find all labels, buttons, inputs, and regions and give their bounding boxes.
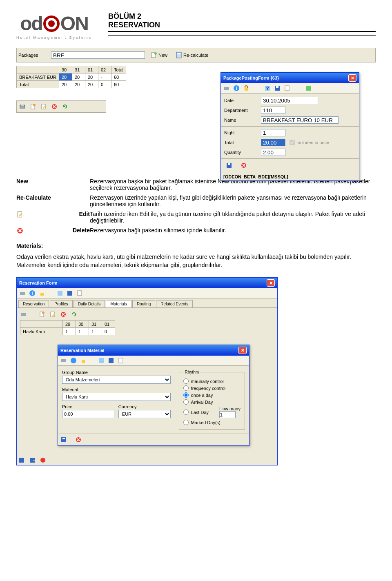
radio-manual[interactable] [183,378,189,384]
save-exit-icon[interactable] [29,457,36,463]
svg-rect-32 [21,313,26,316]
cancel-icon[interactable] [241,162,247,169]
save-icon[interactable] [60,436,67,443]
price-label: Price [62,404,114,409]
new-icon[interactable] [39,311,45,318]
print-icon[interactable] [20,311,27,318]
close-button[interactable]: ✕ [238,347,247,354]
packages-toolbar: Packages New Re-calculate [16,48,376,62]
refresh-icon[interactable] [71,311,77,318]
radio-arrival-day[interactable] [183,399,189,405]
included-checkbox-input[interactable] [290,139,295,146]
document-icon[interactable] [118,357,124,364]
total-input[interactable] [261,139,285,146]
document-icon[interactable] [76,290,83,296]
logo-subtitle: Hotel Management Systems [16,36,92,40]
table-row[interactable]: Total 20 20 20 0 60 [17,81,126,88]
cancel-icon[interactable] [75,436,82,443]
quantity-input[interactable] [261,149,285,156]
material-select[interactable]: Havlu Kartı [62,393,171,401]
def-desc: Rezervasyona bağlı pakedin silinmesi içi… [90,227,376,234]
howmany-input[interactable] [219,411,236,418]
total-label: Total [224,140,257,145]
svg-text:i: i [31,291,33,296]
document-icon[interactable] [284,85,290,91]
info-icon[interactable]: i [29,290,36,296]
department-label: Department [224,108,257,113]
svg-rect-25 [20,292,25,295]
date-label: Date [224,98,257,103]
new-icon[interactable] [30,103,36,110]
date-input[interactable] [261,97,318,104]
name-input[interactable] [261,116,339,124]
materials-description: Odaya verilen ekstra yatak, havlu kartı,… [16,253,376,269]
window-titlebar[interactable]: Reservation Form ✕ [17,278,277,288]
table-row[interactable]: Havlu Kartı 1 1 1 0 [20,328,115,335]
edit-icon[interactable] [40,103,47,110]
material-label: Material [62,387,171,392]
group-name-select[interactable]: Oda Malzemeleri [62,376,171,384]
packages-recalculate-button[interactable]: Re-calculate [173,51,211,59]
included-checkbox[interactable]: Included in price [290,139,329,146]
tab-reservation[interactable]: Reservation [18,300,49,307]
svg-rect-18 [285,86,289,91]
grid-corner [17,66,59,73]
close-button[interactable]: ✕ [348,74,356,82]
def-desc: Rezervasyon üzerinde yapılan kişi, fiyat… [90,194,376,207]
table-row[interactable]: BREAKFAST EUR 20 20 20 - 60 [17,73,126,81]
lock-icon[interactable] [80,357,87,364]
help-icon[interactable] [57,290,63,296]
print-icon[interactable] [19,103,26,110]
tab-routing[interactable]: Routing [132,300,155,307]
radio-marked-days[interactable] [183,420,189,425]
def-key-delete: Delete [16,227,90,234]
svg-rect-44 [62,438,65,439]
lock-icon[interactable] [243,85,249,91]
save-icon[interactable] [67,290,73,296]
svg-point-7 [33,104,36,106]
col-head: 30 [59,66,72,73]
svg-rect-5 [21,104,24,106]
close-button[interactable]: ✕ [267,279,275,287]
info-icon[interactable]: i [233,85,240,91]
window-titlebar[interactable]: PackagePostingForm {63} ✕ [221,73,359,83]
action-toolbar [16,100,106,113]
print-icon[interactable] [19,290,26,296]
tab-daily-details[interactable]: Daily Details [74,300,105,307]
material-actions [58,434,249,445]
packages-input[interactable] [51,51,145,59]
radio-frequency[interactable] [183,385,189,391]
delete-icon[interactable] [51,103,58,110]
cancel-icon[interactable] [40,457,46,463]
currency-select[interactable]: EUR [118,410,171,418]
radio-once-a-day[interactable] [183,392,189,398]
tab-materials[interactable]: Materials [106,300,131,307]
help-icon[interactable]: ? [264,85,271,91]
night-input[interactable] [261,129,285,136]
edit-icon[interactable] [49,311,56,318]
svg-rect-21 [228,163,230,165]
department-input[interactable] [261,107,285,114]
svg-rect-3 [177,53,180,54]
print-icon[interactable] [223,85,230,91]
tab-profiles[interactable]: Profiles [50,300,72,307]
window-title: Reservation Form [19,280,58,285]
help-icon[interactable] [98,357,105,364]
refresh-icon[interactable] [62,103,68,110]
price-input[interactable] [62,410,114,418]
save-icon[interactable] [226,162,232,169]
lock-icon[interactable] [39,290,45,296]
save-icon[interactable] [108,357,114,364]
delete-icon[interactable] [60,311,67,318]
svg-point-1 [154,52,157,55]
tab-related-events[interactable]: Related Events [156,300,193,307]
save-icon[interactable] [18,457,25,463]
print-icon[interactable] [60,357,67,364]
window-titlebar[interactable]: Reservation Material ✕ [58,345,249,356]
save-icon[interactable] [274,85,281,91]
packages-new-button[interactable]: New [148,51,170,59]
export-icon[interactable] [305,85,312,91]
info-icon[interactable] [70,357,77,364]
radio-last-day[interactable] [183,410,189,415]
edit-icon [16,211,24,218]
